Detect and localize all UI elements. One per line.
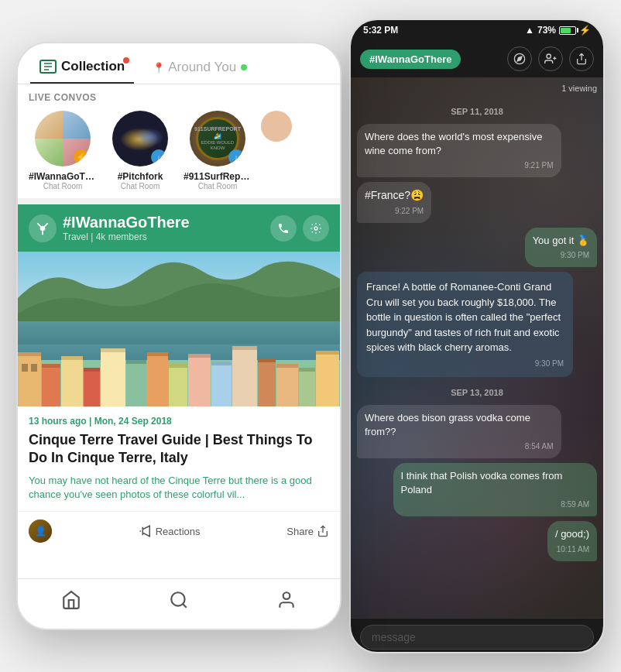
lightning-badge: ⚡: [74, 149, 89, 165]
msg-1: Where does the world's most expensive wi…: [357, 124, 561, 177]
convo-avatar-h: [261, 111, 292, 142]
viewing-count: 1 viewing: [561, 84, 597, 93]
convo-type-2: Chat Room: [121, 182, 160, 190]
convo-name-2: #Pitchfork: [106, 171, 174, 182]
share-button[interactable]: Share: [286, 525, 329, 537]
settings-icon: [310, 222, 322, 235]
tab-around-you[interactable]: 📍 Around You: [143, 52, 256, 83]
tab-bar: Collection 📍 Around You: [18, 43, 340, 84]
call-button[interactable]: [270, 215, 297, 242]
convo-avatar-iwanna: ⚡: [35, 111, 91, 166]
svg-marker-13: [517, 57, 522, 61]
chat-header: #IWannaGoThere: [351, 40, 603, 77]
channel-header: #IWannaGoThere Travel | 4k members: [18, 204, 340, 252]
convo-item-911surf[interactable]: 911SURFREPORT 🏄 EDDIE WOULD KNOW ↓ #911S…: [184, 111, 252, 190]
profile-icon: [276, 590, 297, 610]
tab-around-you-label: Around You: [168, 60, 236, 75]
hashtag-pill[interactable]: #IWannaGoThere: [360, 50, 461, 69]
tab-collection[interactable]: Collection: [30, 51, 134, 84]
msg-4-time: 8:54 AM: [365, 441, 554, 452]
battery-percent: 73%: [537, 25, 556, 36]
convo-list: ⚡ #IWannaGoTh... Chat Room ↓ #Pitchfork …: [29, 111, 329, 190]
home-icon: [61, 590, 81, 610]
channel-icon: [29, 214, 57, 242]
chat-input-area: message: [351, 618, 603, 653]
discovery-button[interactable]: [507, 46, 532, 71]
msg-2-time: 9:22 PM: [365, 206, 424, 217]
status-bar: 5:32 PM ▲ 73% ⚡: [351, 20, 603, 40]
telescope-icon: [35, 221, 50, 236]
msg-1-time: 9:21 PM: [365, 160, 554, 171]
msg-6: / good;) 10:11 AM: [547, 521, 597, 561]
msg-3: You got it 🥇 9:30 PM: [525, 228, 597, 267]
convo-avatar-pitchfork: ↓: [112, 111, 168, 166]
channel-subtitle: Travel | 4k members: [63, 231, 190, 242]
convo-item-h[interactable]: [261, 111, 292, 190]
reactions-button[interactable]: Reactions: [60, 524, 279, 538]
convo-avatar-911surf: 911SURFREPORT 🏄 EDDIE WOULD KNOW ↓: [190, 111, 245, 166]
reactions-label: Reactions: [156, 526, 201, 537]
channel-header-actions: [270, 215, 329, 242]
msg-2-text: #France?😩: [365, 188, 424, 204]
export-icon: [575, 53, 588, 65]
right-phone: 5:32 PM ▲ 73% ⚡ #IWannaGoThere: [349, 19, 605, 653]
nav-profile[interactable]: [276, 590, 297, 610]
svg-line-10: [183, 604, 187, 608]
notification-dot: [123, 57, 129, 63]
active-dot: [241, 64, 247, 70]
battery-fill: [561, 28, 571, 33]
share-icon: [317, 525, 329, 537]
tab-collection-label: Collection: [61, 59, 125, 74]
nav-home[interactable]: [61, 590, 81, 610]
battery-bar: [559, 26, 576, 35]
status-time: 5:32 PM: [363, 25, 398, 36]
svg-line-5: [37, 223, 43, 228]
collection-icon: [39, 60, 57, 74]
msg-5-text: I think that Polish vodka comes from Pol…: [401, 469, 590, 497]
header-icons: [507, 46, 594, 71]
msg-3-time: 9:30 PM: [533, 250, 589, 261]
msg-5-time: 8:59 AM: [401, 499, 590, 510]
left-phone: Collection 📍 Around You LIVE CONVOS: [16, 42, 341, 630]
svg-line-6: [43, 223, 48, 228]
msg-response: France! A bottle of Romanee-Conti Grand …: [357, 272, 573, 377]
channel-title: #IWannaGoThere: [63, 214, 190, 231]
scene: Collection 📍 Around You LIVE CONVOS: [16, 19, 605, 653]
nav-search[interactable]: [169, 590, 189, 610]
date-divider-sep13: SEP 13, 2018: [357, 388, 597, 397]
convo-type-1: Chat Room: [43, 182, 83, 190]
channel-footer: 👤 Reactions Share: [18, 511, 340, 550]
svg-point-14: [547, 54, 551, 58]
article-excerpt: You may have not heard of the Cinque Ter…: [29, 474, 329, 502]
live-convos-section: LIVE CONVOS ⚡ #IWannaGoTh... Chat: [18, 84, 340, 204]
date-divider-sep11: SEP 11, 2018: [357, 107, 597, 116]
phone-icon: [277, 222, 290, 235]
chat-scroll: 1 viewing SEP 11, 2018 Where does the wo…: [351, 77, 603, 618]
location-icon: 📍: [153, 62, 165, 74]
share-chat-button[interactable]: [569, 46, 594, 71]
compass-icon: [513, 53, 526, 65]
add-user-button[interactable]: [538, 46, 563, 71]
msg-2: #France?😩 9:22 PM: [357, 182, 431, 223]
convo-name-3: #911SurfReport: [184, 171, 252, 182]
settings-button[interactable]: [303, 215, 329, 242]
add-user-icon: [544, 53, 557, 65]
chat-input[interactable]: message: [360, 625, 594, 650]
msg-5: I think that Polish vodka comes from Pol…: [393, 463, 598, 516]
chat-messages: 1 viewing SEP 11, 2018 Where does the wo…: [351, 77, 603, 567]
search-icon: [169, 590, 189, 610]
msg-4: Where does bison grass vodka come from??…: [357, 405, 561, 458]
channel-card: #IWannaGoThere Travel | 4k members: [18, 204, 340, 550]
buildings-row: [18, 333, 340, 406]
convo-item-iwanna[interactable]: ⚡ #IWannaGoTh... Chat Room: [29, 111, 97, 190]
share-label: Share: [286, 526, 314, 537]
convo-type-3: Chat Room: [198, 182, 238, 190]
msg-6-text: / good;): [555, 527, 589, 541]
msg-response-time: 9:30 PM: [366, 358, 564, 369]
msg-1-text: Where does the world's most expensive wi…: [365, 130, 554, 158]
download-badge-3: ↓: [228, 149, 244, 165]
chat-input-placeholder: message: [372, 631, 416, 643]
author-avatar: 👤: [29, 519, 52, 543]
convo-item-pitchfork[interactable]: ↓ #Pitchfork Chat Room: [106, 111, 174, 190]
channel-header-left: #IWannaGoThere Travel | 4k members: [29, 214, 190, 242]
